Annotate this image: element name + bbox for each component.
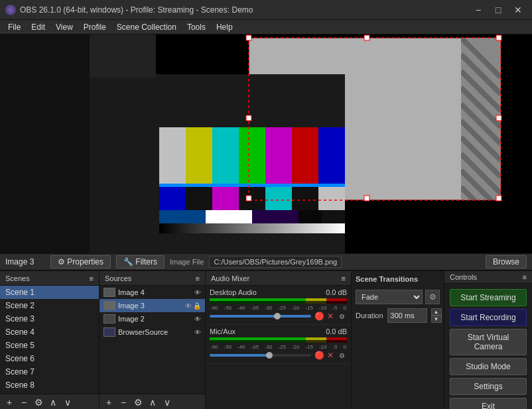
menu-view[interactable]: View [50,21,78,33]
desktop-meter-numbers: -60-50-40-35-30-25-20-15-10-50 [210,305,347,311]
scene-item-8[interactable]: Scene 8 [0,379,99,392]
audio-track-mic: Mic/Aux 0.0 dB -60-50-40-35-30-25-20-15-… [206,325,351,364]
scene-item-4[interactable]: Scene 4 [0,325,99,339]
desktop-audio-settings[interactable]: ⚙ [336,311,347,321]
sources-header-label: Sources [105,274,131,282]
audio-panel: Audio Mixer ≡ Desktop Audio 0.0 dB -60-5… [206,271,352,409]
sources-panel: Sources ≡ Image 4 👁 Image 3 👁 🔒 [100,271,206,409]
controls-header: Controls ≡ [444,271,532,284]
audio-panel-header: Audio Mixer ≡ [206,271,351,286]
menu-tools[interactable]: Tools [182,21,211,33]
browse-button[interactable]: Browse [486,255,527,268]
scene-item-5[interactable]: Scene 5 [0,339,99,352]
mic-mute-x[interactable]: ✕ [327,351,334,360]
source-bar: Image 3 ⚙ Properties 🔧 Filters Image Fil… [0,253,532,270]
svg-rect-42 [364,35,369,40]
properties-button[interactable]: ⚙ Properties [50,255,111,268]
panels-container: Scenes ≡ Scene 1 Scene 2 Scene 3 Scene 4… [0,270,532,409]
menu-help[interactable]: Help [211,21,238,33]
svg-rect-20 [239,127,265,184]
transition-type-row: Fade Cut Swipe Slide ⚙ [356,290,440,304]
preview-area[interactable] [0,34,532,253]
scenes-up-button[interactable]: ∧ [46,396,60,409]
menu-profile[interactable]: Profile [78,21,111,33]
duration-up-button[interactable]: ▲ [431,308,442,316]
duration-input[interactable] [387,308,427,323]
maximize-button[interactable]: □ [490,3,507,17]
source-item-image3[interactable]: Image 3 👁 🔒 [100,299,205,312]
minimize-button[interactable]: − [470,3,487,17]
settings-button[interactable]: Settings [450,378,527,395]
source-name-image2: Image 2 [118,315,192,323]
mic-audio-name: Mic/Aux [210,327,235,335]
sources-up-button[interactable]: ∧ [146,396,159,409]
controls-header-label: Controls [450,273,477,281]
source-item-browser[interactable]: BrowserSource 👁 [100,325,205,339]
source-icons-browser: 👁 [194,329,201,336]
start-recording-button[interactable]: Start Recording [450,309,527,326]
scene-item-2[interactable]: Scene 2 [0,299,99,312]
svg-rect-46 [246,196,251,201]
mic-volume-slider[interactable] [210,354,311,357]
scenes-header-label: Scenes [5,274,30,282]
scenes-down-button[interactable]: ∨ [61,396,74,409]
scenes-remove-button[interactable]: − [17,396,31,409]
title-bar-controls: − □ ✕ [470,3,527,17]
exit-button[interactable]: Exit [450,398,527,409]
current-source-name: Image 3 [5,257,45,266]
visibility-icon-image3[interactable]: 👁 [185,302,192,310]
scenes-add-button[interactable]: + [3,396,16,409]
source-thumb-image4 [103,288,115,297]
mic-audio-settings[interactable]: ⚙ [336,350,347,361]
start-streaming-button[interactable]: Start Streaming [450,289,527,306]
svg-rect-23 [318,127,345,184]
start-virtual-camera-button[interactable]: Start Virtual Camera [450,329,527,355]
svg-rect-29 [265,187,292,210]
sources-down-button[interactable]: ∨ [161,396,174,409]
desktop-volume-slider[interactable] [210,315,311,318]
controls-header-icon: ≡ [523,273,527,281]
desktop-mute-button[interactable]: 🔴 [314,311,324,321]
title-text: OBS 26.1.0 (64-bit, windows) - Profile: … [20,5,253,15]
transition-duration-row: Duration ▲ ▼ [356,308,440,323]
scenes-settings-button[interactable]: ⚙ [32,396,45,409]
sources-list: Image 4 👁 Image 3 👁 🔒 Image 2 👁 [100,286,205,394]
sources-remove-button[interactable]: − [117,396,130,409]
svg-rect-22 [292,127,318,184]
transition-type-select[interactable]: Fade Cut Swipe Slide [356,290,423,304]
desktop-mute-x[interactable]: ✕ [327,312,334,321]
transition-settings-button[interactable]: ⚙ [425,290,440,304]
mic-mute-button[interactable]: 🔴 [314,350,324,361]
source-item-image4[interactable]: Image 4 👁 [100,286,205,299]
studio-mode-button[interactable]: Studio Mode [450,358,527,375]
svg-rect-38 [0,34,90,253]
duration-down-button[interactable]: ▼ [431,316,442,323]
visibility-icon-browser[interactable]: 👁 [194,329,201,336]
svg-rect-31 [318,187,345,210]
scene-item-1[interactable]: Scene 1 [0,286,99,299]
duration-spinners: ▲ ▼ [431,308,442,323]
scene-item-7[interactable]: Scene 7 [0,365,99,379]
mic-audio-controls: 🔴 ✕ ⚙ [210,350,347,361]
visibility-icon-image4[interactable]: 👁 [194,289,201,296]
preview-canvas [0,34,532,253]
scene-item-6[interactable]: Scene 6 [0,352,99,365]
sources-add-button[interactable]: + [102,396,115,409]
visibility-icon-image2[interactable]: 👁 [194,316,201,323]
sources-header-icon: ≡ [196,274,200,282]
mic-meter-numbers: -60-50-40-35-30-25-20-15-10-50 [210,344,347,350]
source-item-image2[interactable]: Image 2 👁 [100,312,205,325]
sources-settings-button[interactable]: ⚙ [131,396,145,409]
lock-icon-image3[interactable]: 🔒 [193,302,201,310]
source-name-browser: BrowserSource [118,328,192,336]
menu-file[interactable]: File [3,21,26,33]
menu-edit[interactable]: Edit [26,21,50,33]
duration-label: Duration [356,312,383,320]
menu-scene-collection[interactable]: Scene Collection [111,21,182,33]
close-button[interactable]: ✕ [509,3,527,17]
source-thumb-image3 [103,301,115,310]
controls-panel: Controls ≡ Start Streaming Start Recordi… [444,271,532,409]
scene-item-3[interactable]: Scene 3 [0,312,99,325]
svg-rect-39 [90,34,156,78]
filters-button[interactable]: 🔧 Filters [116,255,165,268]
